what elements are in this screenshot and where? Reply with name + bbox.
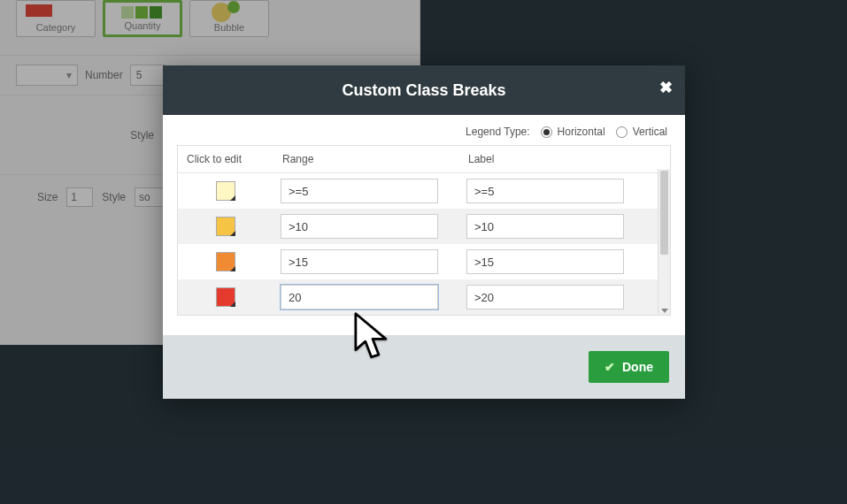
table-row xyxy=(178,209,670,244)
color-swatch[interactable] xyxy=(216,181,235,201)
legend-type-label: Legend Type: xyxy=(466,126,530,138)
custom-class-breaks-modal: Custom Class Breaks ✖ Legend Type: Horiz… xyxy=(163,65,685,399)
done-button[interactable]: ✔ Done xyxy=(589,351,669,383)
table-row xyxy=(178,279,670,315)
color-swatch[interactable] xyxy=(216,252,235,271)
modal-footer: ✔ Done xyxy=(163,335,685,399)
color-swatch[interactable] xyxy=(216,217,235,236)
legend-horizontal-radio[interactable]: Horizontal xyxy=(541,126,605,138)
radio-label: Vertical xyxy=(633,126,667,138)
range-input[interactable] xyxy=(281,285,438,309)
label-input[interactable] xyxy=(466,214,624,239)
col-label: Label xyxy=(459,146,645,172)
table-row xyxy=(178,244,670,279)
radio-icon xyxy=(541,126,552,138)
table-scrollbar[interactable] xyxy=(658,169,670,315)
done-label: Done xyxy=(622,360,653,374)
table-header: Click to edit Range Label xyxy=(178,146,670,173)
range-input[interactable] xyxy=(281,249,438,274)
close-icon[interactable]: ✖ xyxy=(659,78,673,97)
legend-type-row: Legend Type: Horizontal Vertical xyxy=(163,115,685,145)
check-icon: ✔ xyxy=(604,360,615,374)
table-row xyxy=(178,173,670,209)
col-range: Range xyxy=(273,146,459,172)
range-input[interactable] xyxy=(281,214,438,239)
label-input[interactable] xyxy=(466,249,624,274)
scrollbar-thumb[interactable] xyxy=(660,171,668,255)
radio-icon xyxy=(616,126,628,138)
scroll-down-icon xyxy=(661,309,668,313)
range-input[interactable] xyxy=(281,179,438,203)
legend-vertical-radio[interactable]: Vertical xyxy=(616,126,667,138)
class-breaks-table: Click to edit Range Label xyxy=(177,145,671,316)
modal-title: Custom Class Breaks xyxy=(342,81,505,100)
modal-header: Custom Class Breaks ✖ xyxy=(163,65,685,115)
label-input[interactable] xyxy=(466,285,624,309)
radio-label: Horizontal xyxy=(558,126,605,138)
col-click: Click to edit xyxy=(178,146,273,172)
color-swatch[interactable] xyxy=(216,287,235,307)
label-input[interactable] xyxy=(466,179,624,203)
